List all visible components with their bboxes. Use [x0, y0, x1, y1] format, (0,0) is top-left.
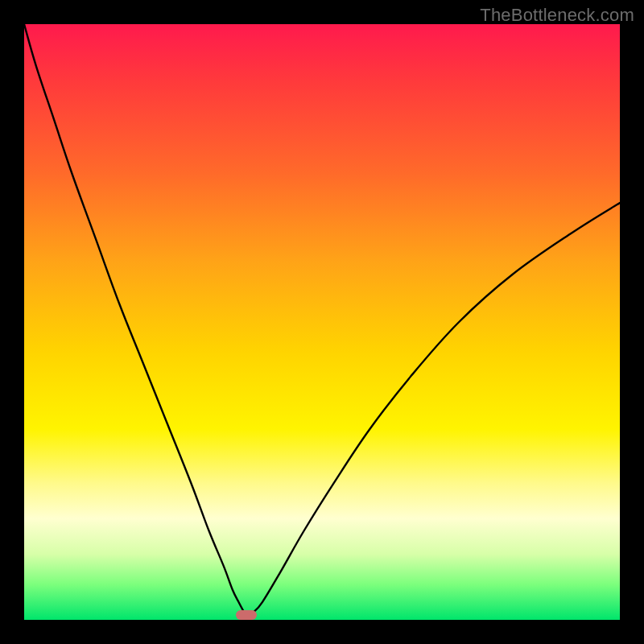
optimal-marker — [236, 610, 257, 620]
plot-area — [24, 24, 620, 620]
watermark-text: TheBottleneck.com — [480, 5, 634, 26]
bottleneck-curve — [24, 24, 620, 620]
chart-frame: TheBottleneck.com — [0, 0, 644, 644]
